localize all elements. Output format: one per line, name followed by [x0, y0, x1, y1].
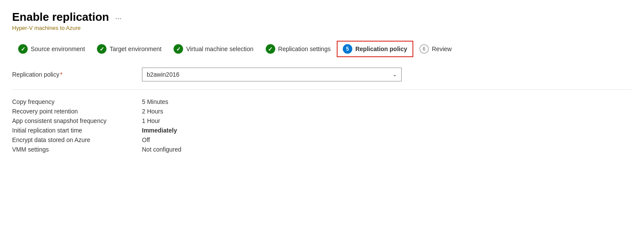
info-row-recovery-point-retention: Recovery point retention2 Hours [12, 108, 632, 115]
page-title: Enable replication [12, 10, 109, 24]
step-label: Target environment [109, 45, 161, 52]
info-label-initial-replication-start-time: Initial replication start time [12, 127, 142, 134]
step-label: Review [432, 45, 452, 52]
policy-label: Replication policy* [12, 71, 142, 78]
info-row-initial-replication-start-time: Initial replication start timeImmediatel… [12, 127, 632, 134]
info-value-copy-frequency: 5 Minutes [142, 98, 168, 105]
info-label-vmm-settings: VMM settings [12, 146, 142, 153]
ellipsis-menu-button[interactable]: ··· [115, 14, 122, 23]
step-label: Replication policy [355, 45, 407, 52]
step-label: Virtual machine selection [186, 45, 253, 52]
step-source-environment[interactable]: Source environment [12, 41, 91, 57]
info-label-encrypt-data-stored-on-azure: Encrypt data stored on Azure [12, 136, 142, 143]
step-virtual-machine-selection[interactable]: Virtual machine selection [167, 41, 259, 57]
info-value-initial-replication-start-time: Immediately [142, 127, 177, 134]
policy-dropdown[interactable]: b2awin2016 ⌄ [142, 68, 402, 81]
info-value-encrypt-data-stored-on-azure: Off [142, 136, 150, 143]
step-number-icon: 6 [419, 44, 429, 54]
info-value-recovery-point-retention: 2 Hours [142, 108, 163, 115]
step-replication-settings[interactable]: Replication settings [260, 41, 337, 57]
check-icon [266, 44, 275, 54]
step-replication-policy[interactable]: 5Replication policy [337, 41, 413, 57]
step-label: Replication settings [278, 45, 331, 52]
details-grid: Copy frequency5 MinutesRecovery point re… [12, 98, 632, 153]
policy-form-row: Replication policy* b2awin2016 ⌄ [12, 68, 632, 81]
divider [12, 89, 632, 90]
info-row-copy-frequency: Copy frequency5 Minutes [12, 98, 632, 105]
page-subtitle: Hyper-V machines to Azure [12, 25, 632, 31]
check-icon [18, 44, 28, 54]
required-indicator: * [60, 71, 62, 78]
info-label-copy-frequency: Copy frequency [12, 98, 142, 105]
check-icon [174, 44, 183, 54]
step-target-environment[interactable]: Target environment [91, 41, 167, 57]
info-row-app-consistent-snapshot-frequency: App consistent snapshot frequency1 Hour [12, 117, 632, 124]
policy-dropdown-value: b2awin2016 [147, 71, 180, 78]
step-label: Source environment [31, 45, 85, 52]
form-section: Replication policy* b2awin2016 ⌄ [12, 68, 632, 81]
info-label-app-consistent-snapshot-frequency: App consistent snapshot frequency [12, 117, 142, 124]
info-value-vmm-settings: Not configured [142, 146, 181, 153]
chevron-down-icon: ⌄ [393, 71, 397, 78]
step-number-icon: 5 [343, 44, 352, 54]
wizard-steps: Source environmentTarget environmentVirt… [12, 41, 632, 57]
info-row-vmm-settings: VMM settingsNot configured [12, 146, 632, 153]
page-header: Enable replication ··· Hyper-V machines … [12, 10, 632, 31]
step-review[interactable]: 6Review [413, 41, 458, 57]
info-label-recovery-point-retention: Recovery point retention [12, 108, 142, 115]
info-value-app-consistent-snapshot-frequency: 1 Hour [142, 117, 160, 124]
info-row-encrypt-data-stored-on-azure: Encrypt data stored on AzureOff [12, 136, 632, 143]
check-icon [97, 44, 106, 54]
